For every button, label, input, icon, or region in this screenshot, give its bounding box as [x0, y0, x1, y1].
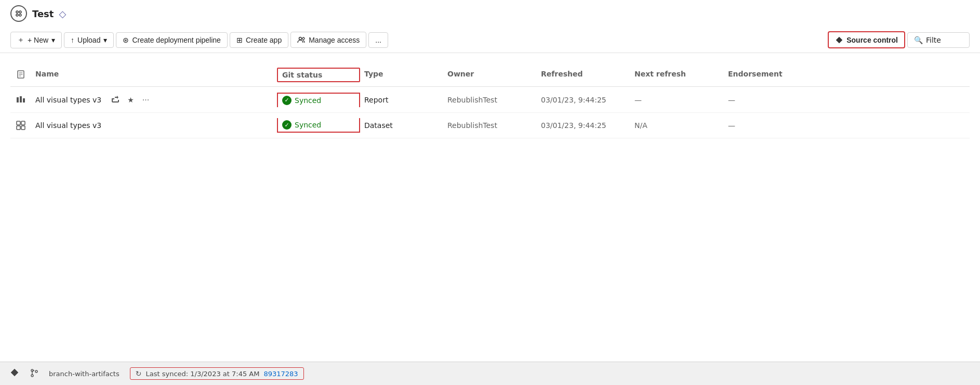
- svg-rect-10: [17, 97, 19, 102]
- last-synced-label: Last synced: 1/3/2023 at 7:45 AM: [145, 370, 259, 378]
- row2-endorsement-text: —: [728, 121, 735, 130]
- commit-hash: 89317283: [263, 370, 298, 378]
- row2-owner-text: RebublishTest: [447, 121, 497, 130]
- upload-chevron-icon: ▾: [103, 36, 107, 44]
- row2-next-refresh-text: N/A: [634, 121, 647, 130]
- search-area[interactable]: 🔍 Filte: [907, 32, 970, 48]
- svg-point-0: [16, 11, 18, 13]
- svg-rect-14: [21, 121, 25, 125]
- new-button[interactable]: ＋ + New ▾: [10, 32, 62, 48]
- create-pipeline-label: Create deployment pipeline: [132, 36, 220, 44]
- create-app-button[interactable]: ⊞ Create app: [230, 32, 288, 48]
- pipeline-icon: ⊛: [123, 36, 129, 44]
- upload-button-label: Upload: [77, 36, 100, 44]
- row1-owner-text: RebublishTest: [447, 96, 497, 104]
- new-button-label: + New: [28, 36, 48, 44]
- row2-synced-badge: ✓ Synced: [282, 120, 355, 130]
- ellipsis-icon: ...: [375, 36, 381, 44]
- row1-type-icon: [10, 93, 31, 107]
- header-owner: Owner: [443, 68, 537, 82]
- more-options-button[interactable]: ...: [368, 32, 388, 48]
- row1-refreshed-text: 03/01/23, 9:44:25: [541, 96, 606, 104]
- type-header-text: Type: [364, 70, 383, 78]
- row2-name: All visual types v3: [31, 119, 277, 132]
- header-next-refresh: Next refresh: [630, 68, 724, 82]
- app-icon: ⊞: [236, 36, 243, 44]
- endorsement-header-text: Endorsement: [728, 70, 783, 78]
- people-icon: [297, 35, 306, 44]
- sync-info: ↻ Last synced: 1/3/2023 at 7:45 AM 89317…: [130, 367, 304, 380]
- table-header: Name Git status Type Owner Refreshed Nex…: [10, 63, 970, 87]
- svg-point-5: [302, 37, 304, 40]
- row1-type-text: Report: [364, 96, 388, 104]
- svg-point-2: [16, 14, 18, 16]
- row2-synced-text: Synced: [295, 121, 321, 129]
- owner-header-text: Owner: [447, 70, 474, 78]
- search-icon: 🔍: [914, 36, 923, 44]
- main-content: Name Git status Type Owner Refreshed Nex…: [0, 53, 980, 362]
- svg-rect-11: [20, 96, 22, 102]
- row1-check-icon: ✓: [282, 96, 292, 105]
- create-app-label: Create app: [246, 36, 282, 44]
- row1-type: Report: [360, 94, 443, 106]
- svg-point-19: [35, 370, 37, 373]
- row2-type-text: Dataset: [364, 121, 393, 130]
- workspace-title: Test ◇: [10, 5, 970, 27]
- items-table: Name Git status Type Owner Refreshed Nex…: [10, 63, 970, 138]
- plus-icon: ＋: [17, 35, 24, 45]
- row2-name-text: All visual types v3: [35, 121, 101, 130]
- svg-point-3: [19, 14, 21, 16]
- git-branch-icon: [10, 368, 20, 379]
- git-status-header-text: Git status: [282, 71, 322, 79]
- row1-refreshed: 03/01/23, 9:44:25: [537, 94, 630, 106]
- source-control-icon: [835, 35, 843, 44]
- row1-favorite-icon[interactable]: ★: [125, 95, 136, 105]
- row2-endorsement: —: [724, 119, 970, 132]
- row1-synced-text: Synced: [295, 96, 321, 105]
- row1-owner: RebublishTest: [443, 94, 537, 106]
- create-pipeline-button[interactable]: ⊛ Create deployment pipeline: [116, 32, 227, 48]
- row2-type: Dataset: [360, 119, 443, 132]
- row1-name: All visual types v3 ★ ···: [31, 92, 277, 107]
- table-row: All visual types v3 ✓ Synced Dataset Reb…: [10, 113, 970, 138]
- header-refreshed: Refreshed: [537, 68, 630, 82]
- row1-more-icon[interactable]: ···: [140, 95, 151, 105]
- row1-next-refresh-text: —: [634, 96, 642, 104]
- branch-name: branch-with-artifacts: [49, 370, 120, 378]
- upload-button[interactable]: ↑ Upload ▾: [64, 32, 114, 48]
- svg-rect-12: [23, 98, 25, 102]
- branch-icon: [30, 369, 38, 379]
- row1-share-icon[interactable]: [110, 94, 121, 105]
- header-type: Type: [360, 68, 443, 82]
- row1-endorsement-text: —: [728, 96, 735, 104]
- svg-rect-13: [17, 121, 20, 125]
- svg-rect-16: [21, 126, 25, 130]
- source-control-label: Source control: [846, 36, 898, 44]
- header-git-status: Git status: [277, 68, 360, 82]
- manage-access-button[interactable]: Manage access: [290, 32, 366, 48]
- next-refresh-header-text: Next refresh: [634, 70, 686, 78]
- header: Test ◇ ＋ + New ▾ ↑ Upload ▾ ⊛ Create dep…: [0, 0, 980, 53]
- upload-icon: ↑: [71, 36, 74, 44]
- name-header-text: Name: [35, 70, 59, 78]
- file-icon: [17, 70, 24, 80]
- row1-endorsement: —: [724, 94, 970, 106]
- svg-point-4: [299, 37, 302, 40]
- header-icon-col: [10, 68, 31, 82]
- header-endorsement: Endorsement: [724, 68, 970, 82]
- row1-synced-badge: ✓ Synced: [282, 96, 355, 105]
- header-name: Name: [31, 68, 277, 82]
- sync-rotate-icon: ↻: [136, 369, 142, 378]
- table-row: All visual types v3 ★ ··· ✓ Synced: [10, 87, 970, 113]
- workspace-icon: [10, 5, 27, 22]
- row1-actions: ★ ···: [110, 94, 151, 105]
- bottom-bar: branch-with-artifacts ↻ Last synced: 1/3…: [0, 362, 980, 385]
- source-control-button[interactable]: Source control: [828, 31, 905, 48]
- chevron-down-icon: ▾: [51, 36, 55, 44]
- workspace-name: Test: [32, 8, 54, 19]
- row2-next-refresh: N/A: [630, 119, 724, 132]
- row1-next-refresh: —: [630, 94, 724, 106]
- manage-access-label: Manage access: [309, 36, 360, 44]
- row2-refreshed-text: 03/01/23, 9:44:25: [541, 121, 606, 130]
- row2-owner: RebublishTest: [443, 119, 537, 132]
